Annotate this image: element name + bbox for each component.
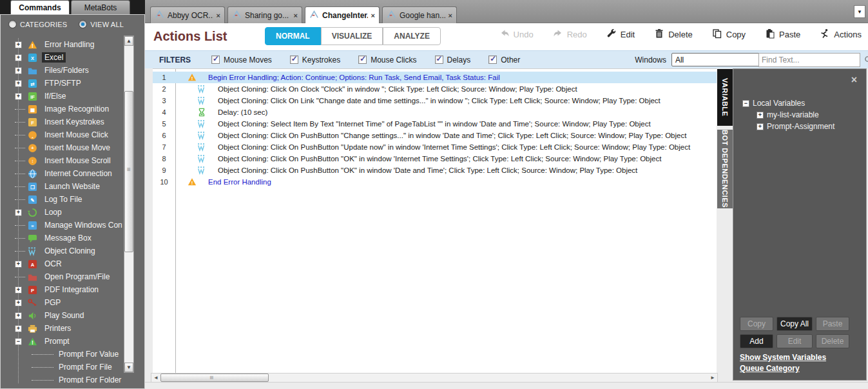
toolbar-edit-button[interactable]: Edit	[606, 28, 635, 41]
sidebar-item-if-else[interactable]: +IFIf/Else	[6, 90, 122, 103]
toolbar-delete-button[interactable]: Delete	[654, 28, 693, 41]
filter-checkbox-other[interactable]: Other	[488, 55, 520, 65]
variable-item-local-variables[interactable]: −Local Variables	[742, 97, 834, 109]
filter-checkbox-delays[interactable]: Delays	[435, 55, 471, 65]
tab-overflow-dropdown[interactable]: ▼	[854, 5, 865, 18]
tree-expander-icon[interactable]: +	[15, 80, 22, 87]
sidebar-tab-commands[interactable]: Commands	[10, 0, 70, 14]
mode-button-visualize[interactable]: VISUALIZE	[321, 27, 383, 45]
tree-expander-icon[interactable]: +	[757, 123, 764, 130]
sidebar-item-play-sound[interactable]: +Play Sound	[6, 309, 122, 322]
filter-checkbox-mouse-moves[interactable]: Mouse Moves	[211, 55, 272, 65]
action-row-10[interactable]: 10!End Error Handling	[153, 176, 717, 188]
sidebar-item-insert-mouse-click[interactable]: ‸Insert Mouse Click	[6, 128, 122, 141]
radio-categories[interactable]: CATEGORIES	[8, 20, 67, 28]
show-system-variables-link[interactable]: Show System Variables	[740, 353, 826, 362]
sidebar-item-excel[interactable]: +XExcel	[6, 51, 122, 64]
scroll-up-arrow-icon[interactable]: ▲	[124, 36, 133, 46]
variables-copy-all-button[interactable]: Copy All	[776, 317, 813, 331]
side-tab-bot-dependencies[interactable]: BOT DEPENDENCIES	[717, 130, 733, 208]
variable-item-my-list-variable[interactable]: +my-list-variable	[757, 109, 834, 121]
sidebar-item-printers[interactable]: +Printers	[6, 322, 122, 335]
action-row-6[interactable]: 6Object Cloning: Click On PushButton "Ch…	[153, 130, 717, 141]
sidebar-item-ocr[interactable]: +AOCR	[6, 257, 122, 270]
doc-tab-abbyy-ocr-[interactable]: Abbyy OCR...×	[150, 6, 225, 23]
tree-expander-icon[interactable]: +	[15, 67, 22, 74]
tree-expander-icon[interactable]: +	[15, 54, 22, 61]
scroll-right-arrow-icon[interactable]: ►	[708, 374, 717, 382]
action-row-8[interactable]: 8Object Cloning: Click On PushButton "OK…	[153, 153, 717, 165]
sidebar-item-pdf-integration[interactable]: +PPDF Integration	[6, 283, 122, 296]
variables-add-button[interactable]: Add	[740, 334, 773, 348]
sidebar-item-message-box[interactable]: Message Box	[6, 232, 122, 244]
sidebar-item-prompt-for-file[interactable]: Prompt For File	[6, 361, 122, 374]
horizontal-scrollbar-thumb[interactable]	[160, 374, 269, 382]
sidebar-item-error-handling[interactable]: +!Error Handling	[6, 38, 122, 51]
close-icon[interactable]: ×	[851, 75, 857, 85]
mode-button-analyze[interactable]: ANALYZE	[383, 27, 441, 45]
tree-expander-icon[interactable]: +	[15, 312, 22, 319]
sidebar-tab-metabots[interactable]: MetaBots	[71, 0, 130, 14]
action-row-9[interactable]: 9Object Cloning: Click On PushButton "OK…	[153, 165, 717, 176]
sidebar-item-manage-windows-controls[interactable]: ≡Manage Windows Controls	[6, 219, 122, 232]
mode-button-normal[interactable]: NORMAL	[265, 27, 321, 45]
sidebar-item-loop[interactable]: +Loop	[6, 206, 122, 219]
sidebar-item-insert-keystrokes[interactable]: FInsert Keystrokes	[6, 115, 122, 128]
scroll-left-arrow-icon[interactable]: ◄	[151, 374, 160, 382]
tree-expander-icon[interactable]: +	[757, 112, 764, 119]
sidebar-item-pgp[interactable]: +PGP	[6, 296, 122, 309]
close-icon[interactable]: ×	[217, 12, 220, 19]
horizontal-scrollbar[interactable]: ◄ ►	[151, 373, 718, 383]
sidebar-item-prompt[interactable]: −!Prompt	[6, 335, 122, 348]
filter-checkbox-keystrokes[interactable]: Keystrokes	[290, 55, 340, 65]
sidebar-item-image-recognition[interactable]: ▦Image Recognition	[6, 103, 122, 115]
action-row-4[interactable]: 4Delay: (10 sec)	[153, 106, 717, 118]
sidebar-item-object-cloning[interactable]: Object Cloning	[6, 244, 122, 257]
checkbox-checked-icon[interactable]	[358, 55, 367, 64]
tree-expander-icon[interactable]: +	[15, 93, 22, 100]
checkbox-checked-icon[interactable]	[211, 55, 220, 64]
close-icon[interactable]: ×	[294, 12, 298, 19]
tree-expander-icon[interactable]: +	[15, 299, 22, 306]
sidebar-item-prompt-for-value[interactable]: Prompt For Value	[6, 348, 122, 361]
find-text-input[interactable]	[759, 55, 864, 65]
close-icon[interactable]: ×	[448, 12, 452, 19]
tree-expander-icon[interactable]: −	[742, 100, 749, 107]
sidebar-item-ftp-sftp[interactable]: +⇄FTP/SFTP	[6, 77, 122, 90]
sidebar-item-log-to-file[interactable]: ✎Log To File	[6, 193, 122, 206]
sidebar-item-insert-mouse-scroll[interactable]: ↕Insert Mouse Scroll	[6, 154, 122, 167]
sidebar-item-insert-mouse-move[interactable]: +Insert Mouse Move	[6, 141, 122, 154]
toolbar-paste-button[interactable]: Paste	[765, 28, 800, 41]
action-row-3[interactable]: 3Object Cloning: Click On Link "Change d…	[153, 95, 717, 106]
checkbox-checked-icon[interactable]	[488, 55, 497, 64]
variable-item-prompt-assignment[interactable]: +Prompt-Assignment	[757, 121, 834, 132]
sidebar-item-internet-connection[interactable]: Internet Connection	[6, 167, 122, 180]
scroll-down-arrow-icon[interactable]: ▼	[124, 363, 133, 372]
action-row-1[interactable]: 1!Begin Error Handling; Action: Continue…	[153, 72, 717, 83]
close-icon[interactable]: ×	[371, 12, 375, 19]
queue-category-link[interactable]: Queue Category	[740, 364, 826, 373]
sidebar-item-prompt-for-folder[interactable]: Prompt For Folder	[6, 374, 122, 383]
sidebar-scrollbar-thumb[interactable]	[124, 91, 133, 252]
tree-expander-icon[interactable]: +	[15, 261, 22, 268]
tree-expander-icon[interactable]: +	[15, 325, 22, 332]
sidebar-item-files-folders[interactable]: +Files/Folders	[6, 64, 122, 77]
doc-tab-google-han-[interactable]: Google han...×	[382, 6, 457, 23]
sidebar-scrollbar[interactable]: ▲ ▼	[124, 35, 134, 373]
tree-expander-icon[interactable]: +	[15, 286, 22, 294]
action-row-5[interactable]: 5Object Cloning: Select Item By Text "In…	[153, 118, 717, 130]
tree-expander-icon[interactable]: +	[15, 209, 22, 216]
search-icon[interactable]: ▾	[864, 55, 868, 65]
doc-tab-sharing-go-[interactable]: Sharing go...×	[227, 6, 302, 23]
radio-view-all[interactable]: VIEW ALL	[79, 20, 124, 28]
toolbar-actions-button[interactable]: Actions	[820, 28, 862, 41]
sidebar-item-open-program-file[interactable]: Open Program/File	[6, 270, 122, 283]
action-row-7[interactable]: 7Object Cloning: Click On PushButton "Up…	[153, 141, 717, 153]
filter-checkbox-mouse-clicks[interactable]: Mouse Clicks	[358, 55, 416, 65]
sidebar-item-launch-website[interactable]: ❐Launch Website	[6, 180, 122, 193]
tree-expander-icon[interactable]: −	[15, 338, 22, 345]
checkbox-checked-icon[interactable]	[290, 55, 298, 64]
checkbox-checked-icon[interactable]	[435, 55, 443, 64]
toolbar-copy-button[interactable]: Copy	[712, 28, 746, 41]
doc-tab-changeinter-[interactable]: ChangeInter...×	[305, 6, 380, 24]
